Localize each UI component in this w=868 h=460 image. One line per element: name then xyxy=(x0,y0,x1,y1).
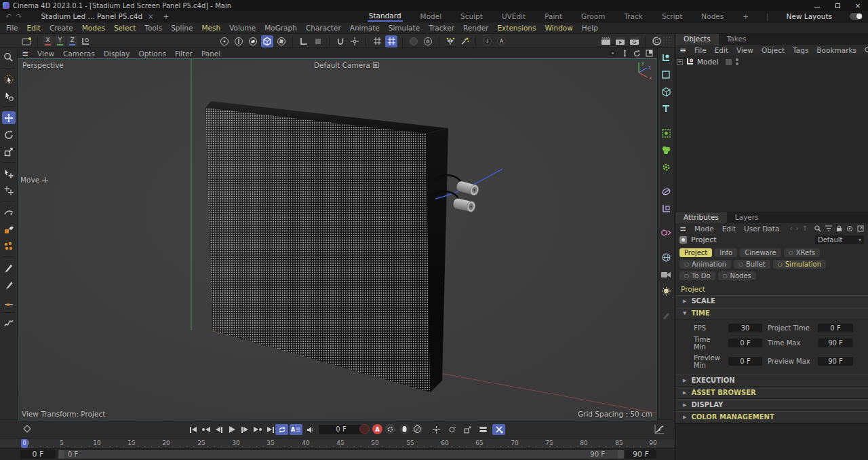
cube-object-icon[interactable] xyxy=(660,86,672,97)
undo-icon[interactable]: ↶ xyxy=(5,12,12,21)
fcurve-editor-button[interactable] xyxy=(654,423,665,435)
sky-object-icon[interactable] xyxy=(660,252,672,263)
axis-lock-x-button[interactable]: X xyxy=(43,36,53,46)
attr-tab-simulation[interactable]: ○Simulation xyxy=(773,260,826,269)
search-icon[interactable] xyxy=(814,225,821,232)
measure-tool-icon[interactable] xyxy=(2,295,16,308)
axis-lock-y-button[interactable]: Y xyxy=(55,36,65,46)
render-picture-viewer-icon[interactable] xyxy=(614,35,626,47)
back-arrow-icon[interactable]: ‹ xyxy=(790,225,793,232)
layout-uvedit[interactable]: UVEdit xyxy=(500,12,527,21)
live-selection-icon[interactable] xyxy=(2,73,16,85)
render-view-icon[interactable] xyxy=(599,35,612,47)
expand-panel-icon[interactable] xyxy=(857,225,864,232)
section-scale[interactable]: ▶SCALE xyxy=(675,295,868,307)
point-tools-icon[interactable] xyxy=(2,239,16,252)
texture-mode-icon[interactable] xyxy=(312,35,324,47)
obj-menu-view[interactable]: View xyxy=(736,46,753,54)
menu-file[interactable]: File xyxy=(6,24,18,32)
menu-tracker[interactable]: Tracker xyxy=(429,24,454,32)
minimize-button[interactable] xyxy=(807,0,827,11)
camera-object-icon[interactable] xyxy=(660,269,672,280)
viewport-canvas[interactable]: Perspective Default Camera Move View Tra… xyxy=(18,58,657,421)
filter-icon[interactable] xyxy=(825,225,832,231)
tree-row-model[interactable]: + Model xyxy=(677,57,868,66)
loop-playback-button[interactable] xyxy=(275,424,288,435)
sketch-tool-icon[interactable] xyxy=(2,317,16,330)
modeling-settings-icon[interactable] xyxy=(481,35,493,47)
keyframe-selection-button[interactable] xyxy=(399,424,410,434)
preview-min-field[interactable]: 0 F xyxy=(728,357,762,366)
spline-rect-icon[interactable] xyxy=(660,69,672,80)
text-object-icon[interactable] xyxy=(660,103,672,114)
object-mode-icon[interactable] xyxy=(275,35,288,47)
attr-tab-bullet[interactable]: ○Bullet xyxy=(734,260,770,269)
expand-tree-icon[interactable]: + xyxy=(677,59,683,65)
layout-script[interactable]: Script xyxy=(660,12,684,21)
objects-menu-icon[interactable]: ≡ xyxy=(679,45,686,55)
record-button[interactable] xyxy=(359,424,370,434)
add-tab-icon[interactable]: + xyxy=(163,12,169,20)
metaball-icon[interactable] xyxy=(660,145,672,155)
vp-menu-filter[interactable]: Filter xyxy=(175,50,193,58)
layer-badge-icon[interactable] xyxy=(726,59,732,65)
model-mode-icon[interactable] xyxy=(261,35,273,47)
zoom-view-icon[interactable] xyxy=(621,50,629,57)
workplane-center-icon[interactable] xyxy=(422,35,434,47)
quantize-grid-icon[interactable] xyxy=(371,35,383,47)
target-icon[interactable] xyxy=(846,225,853,232)
autokey-button[interactable]: A xyxy=(372,424,382,434)
camera-label[interactable]: Default Camera xyxy=(314,61,379,69)
attr-menu-userdata[interactable]: User Data xyxy=(744,225,779,233)
lock-icon[interactable] xyxy=(836,225,842,232)
menu-window[interactable]: Window xyxy=(545,24,572,32)
section-color-management[interactable]: ▶COLOR MANAGEMENT xyxy=(675,411,868,423)
layout-sculpt[interactable]: Sculpt xyxy=(459,12,484,21)
redo-icon[interactable]: ↷ xyxy=(16,12,22,21)
obj-menu-file[interactable]: File xyxy=(694,46,707,54)
frame-ruler[interactable]: 0 0 5 10 15 20 25 30 35 40 45 50 55 60 6… xyxy=(0,438,675,448)
tab-layers[interactable]: Layers xyxy=(727,212,767,223)
prev-key-button[interactable] xyxy=(200,424,212,435)
material-node-icon[interactable] xyxy=(660,227,672,238)
auto-mode-icon[interactable]: A xyxy=(495,35,507,47)
menu-tools[interactable]: Tools xyxy=(144,24,162,32)
vp-menu-options[interactable]: Options xyxy=(138,50,166,58)
points-mode-icon[interactable] xyxy=(218,35,231,47)
disabled-pen-icon[interactable] xyxy=(660,310,672,321)
axis-mode-icon[interactable] xyxy=(298,35,310,47)
layout-groom[interactable]: Groom xyxy=(580,12,606,21)
field-object-icon[interactable] xyxy=(660,203,672,214)
layout-standard[interactable]: Standard xyxy=(368,11,403,22)
layout-model[interactable]: Model xyxy=(419,12,443,21)
key-position-button[interactable] xyxy=(430,424,443,435)
attributes-menu-icon[interactable]: ≡ xyxy=(679,224,686,233)
menu-modes[interactable]: Modes xyxy=(82,24,105,32)
polygons-mode-icon[interactable] xyxy=(247,35,259,47)
axis-center-icon[interactable] xyxy=(349,35,361,47)
preset-dropdown[interactable]: Default ▾ xyxy=(815,235,864,244)
menu-create[interactable]: Create xyxy=(50,24,73,32)
object-name[interactable]: Model xyxy=(697,58,719,66)
generator-gear-icon[interactable] xyxy=(660,161,672,172)
document-tab[interactable]: Stadium Led ... Panel P5.c4d × + xyxy=(41,12,169,20)
play-button[interactable] xyxy=(226,424,238,435)
attr-tab-animation[interactable]: ○Animation xyxy=(679,260,731,269)
keyframe-presets-button[interactable] xyxy=(412,424,422,434)
menu-help[interactable]: Help xyxy=(582,24,598,32)
spline-pen-icon[interactable] xyxy=(2,206,16,218)
menu-select[interactable]: Select xyxy=(114,24,136,32)
key-scale-button[interactable] xyxy=(461,424,474,435)
vp-menu-panel[interactable]: Panel xyxy=(201,50,220,58)
close-tab-icon[interactable]: × xyxy=(148,13,153,20)
obj-menu-edit[interactable]: Edit xyxy=(715,46,728,54)
time-min-field[interactable]: 0 F xyxy=(728,339,762,347)
multi-move-icon[interactable] xyxy=(2,184,16,197)
menu-extensions[interactable]: Extensions xyxy=(497,24,536,32)
current-frame-field[interactable]: 0 F xyxy=(319,425,363,434)
tab-takes[interactable]: Takes xyxy=(719,34,755,45)
project-time-field[interactable]: 0 F xyxy=(818,324,853,332)
keying-settings-button[interactable] xyxy=(385,424,395,434)
obj-menu-object[interactable]: Object xyxy=(762,46,785,54)
section-execution[interactable]: ▶EXECUTION xyxy=(675,375,868,387)
